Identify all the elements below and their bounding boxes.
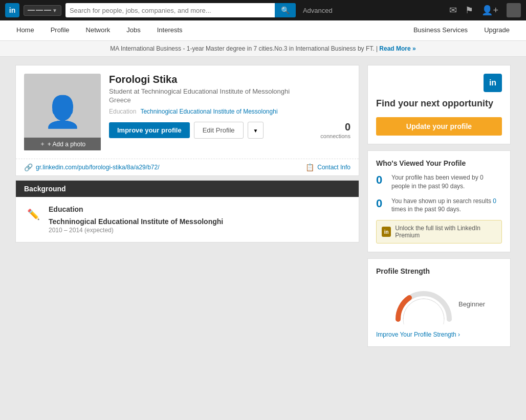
opportunity-li-logo: in xyxy=(484,74,502,92)
improve-strength-link[interactable]: Improve Your Profile Strength › xyxy=(376,331,460,338)
contact-info-link[interactable]: 📋 Contact Info xyxy=(305,163,350,171)
profile-location: Greece xyxy=(109,96,350,104)
education-heading: Education xyxy=(49,205,223,213)
avatar[interactable] xyxy=(507,3,521,17)
nav-profile[interactable]: Profile xyxy=(42,20,78,41)
vcard-icon: 📋 xyxy=(305,163,314,171)
view-count-number: 0 xyxy=(376,173,386,187)
gauge-svg xyxy=(393,283,454,324)
search-count-text: You have shown up in search results 0 ti… xyxy=(391,197,502,214)
nav-upgrade[interactable]: Upgrade xyxy=(476,20,518,41)
silhouette-icon: 👤 xyxy=(43,97,82,127)
nav-home[interactable]: Home xyxy=(8,20,42,41)
opportunity-card: in Find your next opportunity Update you… xyxy=(367,65,511,144)
search-bar: 🔍 xyxy=(65,3,296,17)
messages-icon[interactable]: ✉ xyxy=(449,5,457,16)
opportunity-heading: Find your next opportunity xyxy=(376,98,502,109)
strength-heading: Profile Strength xyxy=(376,267,502,275)
premium-banner: in Unlock the full list with LinkedIn Pr… xyxy=(376,220,502,244)
svg-point-0 xyxy=(403,299,444,324)
search-count-stat: 0 You have shown up in search results 0 … xyxy=(376,197,502,214)
education-dates: 2010 – 2014 (expected) xyxy=(49,227,223,234)
menu-button[interactable]: ▼ xyxy=(24,5,61,16)
edit-profile-button[interactable]: Edit Profile xyxy=(194,122,244,139)
profile-strength-card: Profile Strength Beginner Improve You xyxy=(367,258,511,347)
chevron-down-icon: ▼ xyxy=(253,128,258,134)
nav-jobs[interactable]: Jobs xyxy=(118,20,148,41)
profile-bottom-bar: 🔗 gr.linkedin.com/pub/forologi-stika/8a/… xyxy=(16,159,359,175)
search-icon: 🔍 xyxy=(281,6,290,14)
profile-actions: Improve your profile Edit Profile ▼ 0 co… xyxy=(109,121,350,139)
profile-url-link[interactable]: 🔗 gr.linkedin.com/pub/forologi-stika/8a/… xyxy=(24,163,159,171)
right-column: in Find your next opportunity Update you… xyxy=(367,65,511,347)
background-header: Background xyxy=(16,181,359,197)
pencil-icon: ✏️ xyxy=(24,205,42,224)
nav-business-services[interactable]: Business Services xyxy=(405,20,476,41)
search-count-number: 0 xyxy=(376,197,386,210)
advanced-link[interactable]: Advanced xyxy=(303,7,333,14)
premium-label: Unlock the full list with LinkedIn Premi… xyxy=(395,225,496,239)
education-details: Education Techninogical Educational Inst… xyxy=(49,205,223,234)
nav-interests[interactable]: Interests xyxy=(149,20,191,41)
search-highlight[interactable]: 0 xyxy=(493,197,496,205)
edit-dropdown-button[interactable]: ▼ xyxy=(248,122,264,139)
profile-card: 👤 ＋ + Add a photo Forologi Stika Student… xyxy=(15,65,359,176)
add-photo-label: ＋ + Add a photo xyxy=(24,138,101,150)
top-nav-right: ✉ ⚑ 👤+ xyxy=(449,3,521,17)
search-input[interactable] xyxy=(65,3,275,17)
update-profile-button[interactable]: Update your profile xyxy=(376,117,502,136)
profile-top: 👤 ＋ + Add a photo Forologi Stika Student… xyxy=(16,65,359,159)
education-label: Education xyxy=(109,108,136,115)
main-layout: 👤 ＋ + Add a photo Forologi Stika Student… xyxy=(7,57,519,355)
top-nav: in ▼ 🔍 Advanced ✉ ⚑ 👤+ xyxy=(0,0,526,20)
gauge-container: Beginner xyxy=(376,283,502,324)
left-column: 👤 ＋ + Add a photo Forologi Stika Student… xyxy=(15,65,359,347)
view-count-stat: 0 Your profile has been viewed by 0 peop… xyxy=(376,173,502,191)
improve-profile-button[interactable]: Improve your profile xyxy=(109,122,190,138)
profile-views-card: Who's Viewed Your Profile 0 Your profile… xyxy=(367,150,511,252)
premium-li-icon: in xyxy=(382,227,391,237)
promo-text: MA International Business - 1-year Maste… xyxy=(110,45,378,52)
education-row: Education Techninogical Educational Inst… xyxy=(109,108,350,115)
connections-label: connections xyxy=(320,133,350,139)
education-institution-link[interactable]: Techninogical Educational Institute of M… xyxy=(140,108,277,115)
search-button[interactable]: 🔍 xyxy=(275,3,296,17)
background-section: Background ✏️ Education Techninogical Ed… xyxy=(15,180,359,242)
promo-read-more[interactable]: Read More » xyxy=(379,45,415,52)
strength-level-label: Beginner xyxy=(458,300,485,308)
institution-name: Techninogical Educational Institute of M… xyxy=(49,217,223,226)
secondary-nav: Home Profile Network Jobs Interests Busi… xyxy=(0,20,526,41)
promo-bar: MA International Business - 1-year Maste… xyxy=(0,41,526,57)
profile-name: Forologi Stika xyxy=(109,74,350,85)
nav-network[interactable]: Network xyxy=(78,20,119,41)
view-count-text: Your profile has been viewed by 0 people… xyxy=(391,173,502,191)
profile-photo[interactable]: 👤 ＋ + Add a photo xyxy=(24,74,101,150)
education-section: ✏️ Education Techninogical Educational I… xyxy=(24,205,350,234)
plus-icon: ＋ xyxy=(39,140,46,148)
notifications-icon[interactable]: ⚑ xyxy=(465,5,473,16)
views-heading: Who's Viewed Your Profile xyxy=(376,159,502,167)
link-icon: 🔗 xyxy=(24,163,33,171)
background-content: ✏️ Education Techninogical Educational I… xyxy=(16,197,359,242)
add-connections-icon[interactable]: 👤+ xyxy=(481,5,498,16)
linkedin-logo: in xyxy=(5,3,19,17)
connections-count: 0 connections xyxy=(320,121,350,139)
sec-nav-right: Business Services Upgrade xyxy=(405,20,518,41)
connections-number: 0 xyxy=(320,121,350,133)
profile-info: Forologi Stika Student at Techninogical … xyxy=(109,74,350,139)
profile-headline: Student at Techninogical Educational Ins… xyxy=(109,87,350,95)
